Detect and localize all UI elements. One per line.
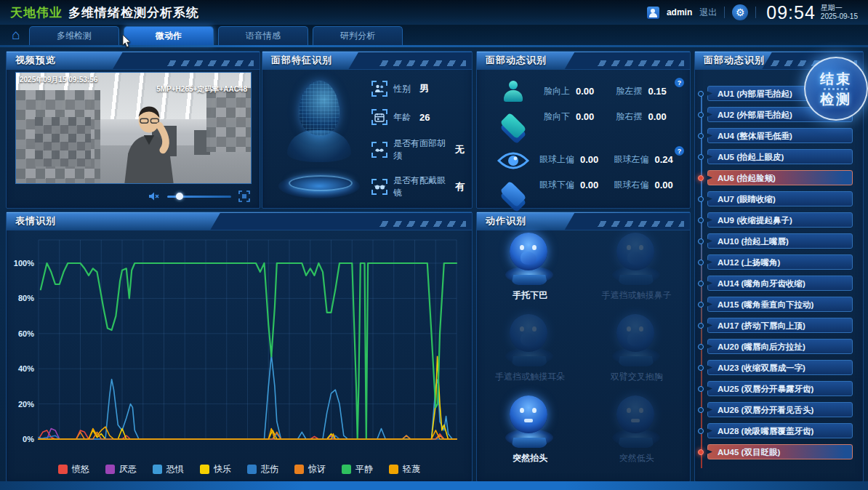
app-root: 天地伟业 多维情绪检测分析系统 admin 退出 ⚙ 09:54 星期一 202… xyxy=(0,0,868,490)
au-label[interactable]: AU4 (整体眉毛低垂) xyxy=(707,128,853,143)
stop-button-label-1: 结束 xyxy=(820,71,852,87)
au-label[interactable]: AU25 (双唇分开暴露牙齿) xyxy=(707,381,853,396)
head-pose-icon xyxy=(493,81,534,133)
au-item-4: AU5 (抬起上眼皮) xyxy=(707,149,853,164)
au-status-dot xyxy=(698,196,704,202)
au-status-dot xyxy=(698,281,704,286)
feature-label: 性别 xyxy=(393,83,411,95)
au-label[interactable]: AU9 (收缩提起鼻子) xyxy=(707,212,853,228)
metric-value: 0.00 xyxy=(576,86,594,97)
au-label[interactable]: AU15 (嘴角垂直向下拉动) xyxy=(707,297,853,312)
stop-button-divider xyxy=(824,88,848,90)
legend-label: 愤怒 xyxy=(72,463,89,475)
au-item-17: AU28 (吮吸嘴唇覆盖牙齿) xyxy=(707,423,853,438)
clock: 09:54 星期一 2025-09-15 xyxy=(766,2,858,23)
au-status-dot xyxy=(698,91,704,97)
feature-row-age: 年龄 26 xyxy=(371,109,465,125)
expression-panel: 表情识别 0%20%40%60%80%100% 愤怒厌恶恐惧快乐悲伤惊讶平静轻蔑 xyxy=(6,212,473,482)
metric-value: 0.00 xyxy=(655,180,673,190)
au-label[interactable]: AU26 (双唇分开看见舌头) xyxy=(707,402,853,417)
fullscreen-icon[interactable] xyxy=(238,190,250,202)
stop-detection-button[interactable]: 结束 检测 xyxy=(804,57,868,121)
panel-title: 视频预览 xyxy=(7,52,260,69)
face-features-panel: 面部特征识别 性别 男 年龄 26 是否有面部胡须 无 是否有配 xyxy=(262,51,473,209)
panel-header: 动作识别 xyxy=(477,212,690,230)
divider xyxy=(755,7,756,18)
mouse-cursor-icon xyxy=(122,35,132,48)
au-label[interactable]: AU6 (抬起脸颊) xyxy=(707,170,853,185)
action-item-0: 手托下巴 xyxy=(477,233,584,308)
au-item-8: AU10 (抬起上嘴唇) xyxy=(707,233,853,249)
au-label[interactable]: AU23 (收缩双唇成一字) xyxy=(707,360,853,375)
clock-time: 09:54 xyxy=(766,2,816,23)
au-label[interactable]: AU45 (双目眨眼) xyxy=(707,444,853,459)
video-player[interactable]: 2025年09月15 09:53:56 5MP+H265+定码率+AAC48 xyxy=(15,72,252,184)
au-status-dot xyxy=(698,112,704,118)
au-item-18: AU45 (双目眨眼) xyxy=(707,444,853,459)
action-recognition-panel: 动作识别 手托下巴 手遮挡或触摸鼻子 手遮挡或触摸耳朵 双臂交叉抱胸 突然抬头 … xyxy=(476,212,691,482)
au-label[interactable]: AU17 (挤动下唇向上顶) xyxy=(707,318,853,333)
feature-label: 是否有面部胡须 xyxy=(393,137,446,162)
au-label[interactable]: AU28 (吮吸嘴唇覆盖牙齿) xyxy=(707,423,853,438)
legend-swatch xyxy=(294,465,304,474)
svg-text:20%: 20% xyxy=(18,400,34,409)
au-item-16: AU26 (双唇分开看见舌头) xyxy=(707,402,853,417)
feature-row-beard: 是否有面部胡须 无 xyxy=(371,137,465,162)
privacy-mosaic xyxy=(35,117,92,166)
tab-3[interactable]: 研判分析 xyxy=(313,26,403,45)
action-item-3: 双臂交叉抱胸 xyxy=(584,314,691,390)
volume-slider[interactable] xyxy=(167,196,231,198)
au-label[interactable]: AU12 (上扬嘴角) xyxy=(707,254,853,270)
action-orb-icon xyxy=(501,314,559,368)
nav-tabs: 多维检测微动作语音情感研判分析 xyxy=(29,26,403,45)
action-orb-icon xyxy=(608,395,666,449)
metric-label: 脸向上 xyxy=(544,85,570,97)
mute-icon[interactable] xyxy=(148,190,160,202)
settings-gear-icon[interactable]: ⚙ xyxy=(732,4,748,20)
legend-swatch xyxy=(58,465,68,474)
action-label: 手遮挡或触摸耳朵 xyxy=(495,371,565,383)
au-status-dot xyxy=(698,386,704,392)
au-label[interactable]: AU14 (嘴角向牙齿收缩) xyxy=(707,276,853,291)
glasses-icon xyxy=(371,179,387,195)
volume-knob[interactable] xyxy=(176,193,183,200)
au-list: AU1 (内部眉毛抬起) AU2 (外部眉毛抬起) AU4 (整体眉毛低垂) A… xyxy=(695,69,863,481)
metric-value: 0.00 xyxy=(580,180,598,190)
au-item-12: AU17 (挤动下唇向上顶) xyxy=(707,318,853,333)
tab-2[interactable]: 语音情感 xyxy=(218,26,308,45)
au-item-7: AU9 (收缩提起鼻子) xyxy=(707,212,853,228)
metric-label: 眼球左偏 xyxy=(614,153,649,166)
username-label: admin xyxy=(667,7,692,17)
au-item-14: AU23 (收缩双唇成一字) xyxy=(707,360,853,375)
au-item-3: AU4 (整体眉毛低垂) xyxy=(707,128,853,143)
au-status-dot xyxy=(698,175,704,181)
metric-label: 眼球右偏 xyxy=(614,179,649,191)
legend-item: 平静 xyxy=(342,463,373,475)
legend-swatch xyxy=(247,465,257,474)
feature-value: 无 xyxy=(455,143,465,156)
metric-value: 0.15 xyxy=(648,86,667,97)
legend-item: 恐惧 xyxy=(153,463,184,475)
action-label: 手托下巴 xyxy=(513,289,547,302)
gender-icon xyxy=(371,81,387,97)
system-title: 多维情绪检测分析系统 xyxy=(68,4,199,21)
au-status-dot xyxy=(698,407,704,413)
tab-0[interactable]: 多维检测 xyxy=(29,26,119,45)
top-header: 天地伟业 多维情绪检测分析系统 admin 退出 ⚙ 09:54 星期一 202… xyxy=(0,0,868,25)
tab-1[interactable]: 微动作 xyxy=(124,26,214,45)
video-stream-info: 5MP+H265+定码率+AAC48 xyxy=(156,84,247,95)
au-label[interactable]: AU5 (抬起上眼皮) xyxy=(707,149,853,164)
au-label[interactable]: AU7 (眼睛收缩) xyxy=(707,191,853,206)
action-orb-icon xyxy=(501,233,559,286)
logout-button[interactable]: 退出 xyxy=(699,7,717,19)
panel-title: 面部动态识别 xyxy=(477,52,690,69)
legend-label: 悲伤 xyxy=(261,463,278,475)
au-label[interactable]: AU10 (抬起上嘴唇) xyxy=(707,233,853,249)
video-controls xyxy=(15,189,250,204)
au-label[interactable]: AU20 (嘴唇向后方拉扯) xyxy=(707,339,853,354)
legend-label: 厌恶 xyxy=(119,463,137,475)
legend-swatch xyxy=(342,465,351,474)
home-icon[interactable]: ⌂ xyxy=(9,28,23,42)
au-item-11: AU15 (嘴角垂直向下拉动) xyxy=(707,297,853,312)
action-item-1: 手遮挡或触摸鼻子 xyxy=(584,233,691,308)
